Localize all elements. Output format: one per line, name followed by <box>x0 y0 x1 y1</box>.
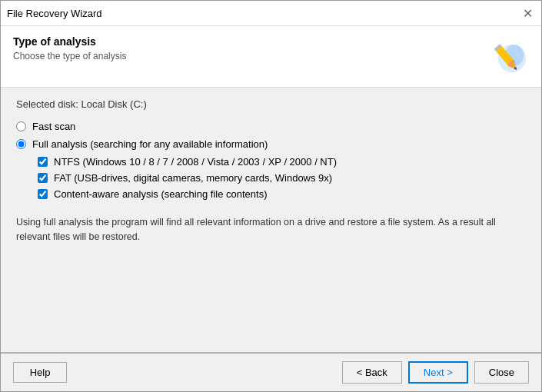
fat-checkbox[interactable] <box>38 173 48 183</box>
back-button[interactable]: < Back <box>342 361 402 384</box>
ntfs-label: NTFS (Windows 10 / 8 / 7 / 2008 / Vista … <box>54 156 337 168</box>
window-title: File Recovery Wizard <box>7 8 102 19</box>
header-subtitle: Choose the type of analysis <box>13 51 483 61</box>
full-analysis-label: Full analysis (searching for any availab… <box>32 138 268 150</box>
checkbox-fat[interactable]: FAT (USB-drives, digital cameras, memory… <box>38 172 526 184</box>
next-button[interactable]: Next > <box>408 361 468 384</box>
full-analysis-option[interactable]: Full analysis (searching for any availab… <box>16 138 526 150</box>
checkboxes-block: NTFS (Windows 10 / 8 / 7 / 2008 / Vista … <box>38 156 526 200</box>
fast-scan-radio[interactable] <box>16 121 26 131</box>
checkbox-content-aware[interactable]: Content-aware analysis (searching file c… <box>38 188 526 200</box>
content-aware-checkbox[interactable] <box>38 189 48 199</box>
footer-right: < Back Next > Close <box>342 361 529 384</box>
fat-label: FAT (USB-drives, digital cameras, memory… <box>54 172 332 184</box>
fast-scan-option[interactable]: Fast scan <box>16 121 526 132</box>
close-button[interactable]: Close <box>474 361 529 384</box>
main-window: File Recovery Wizard ✕ Type of analysis … <box>0 0 542 392</box>
ntfs-checkbox[interactable] <box>38 157 48 167</box>
title-bar: File Recovery Wizard ✕ <box>1 1 541 26</box>
header-section: Type of analysis Choose the type of anal… <box>1 26 541 88</box>
footer-left: Help <box>13 362 67 383</box>
footer-section: Help < Back Next > Close <box>1 353 541 391</box>
checkbox-ntfs[interactable]: NTFS (Windows 10 / 8 / 7 / 2008 / Vista … <box>38 156 526 168</box>
help-button[interactable]: Help <box>13 362 67 383</box>
full-analysis-radio[interactable] <box>16 139 26 149</box>
wizard-icon <box>483 35 529 78</box>
content-aware-label: Content-aware analysis (searching file c… <box>54 188 267 200</box>
content-area: Selected disk: Local Disk (C:) Fast scan… <box>1 88 541 352</box>
full-analysis-block: Full analysis (searching for any availab… <box>16 138 526 200</box>
description-text: Using full analysis the program will fin… <box>16 215 526 244</box>
header-text-block: Type of analysis Choose the type of anal… <box>13 35 483 61</box>
window-close-button[interactable]: ✕ <box>520 5 535 21</box>
fast-scan-label: Fast scan <box>32 121 75 132</box>
header-title: Type of analysis <box>13 35 483 48</box>
selected-disk-label: Selected disk: Local Disk (C:) <box>16 98 526 110</box>
